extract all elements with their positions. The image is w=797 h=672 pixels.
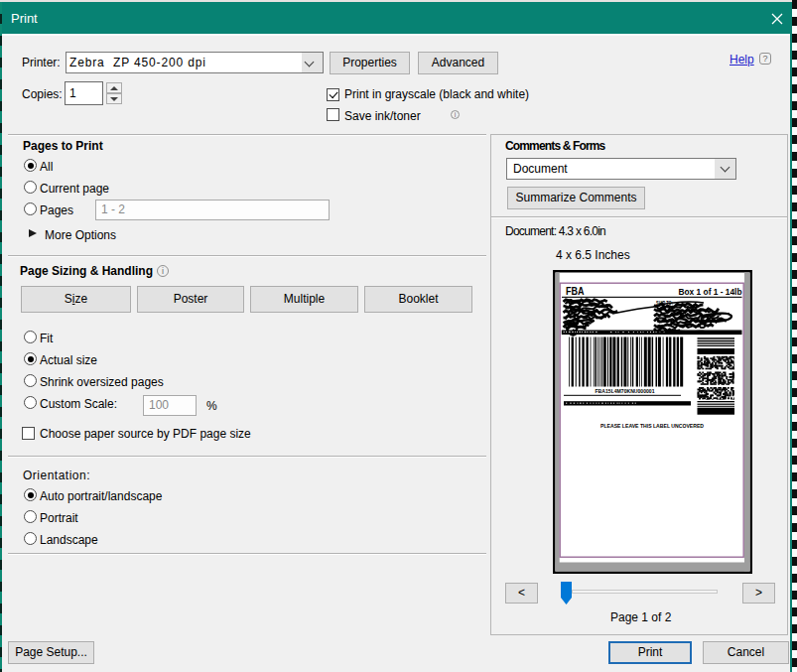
svg-text:FBA: FBA bbox=[566, 285, 585, 297]
svg-text:FBA15L4M70KNU000001: FBA15L4M70KNU000001 bbox=[596, 388, 655, 394]
svg-text:PLEASE LEAVE THIS LABEL UNCOVE: PLEASE LEAVE THIS LABEL UNCOVERED bbox=[600, 423, 704, 429]
svg-text:Box 1 of 1 - 14lb: Box 1 of 1 - 14lb bbox=[679, 287, 742, 297]
